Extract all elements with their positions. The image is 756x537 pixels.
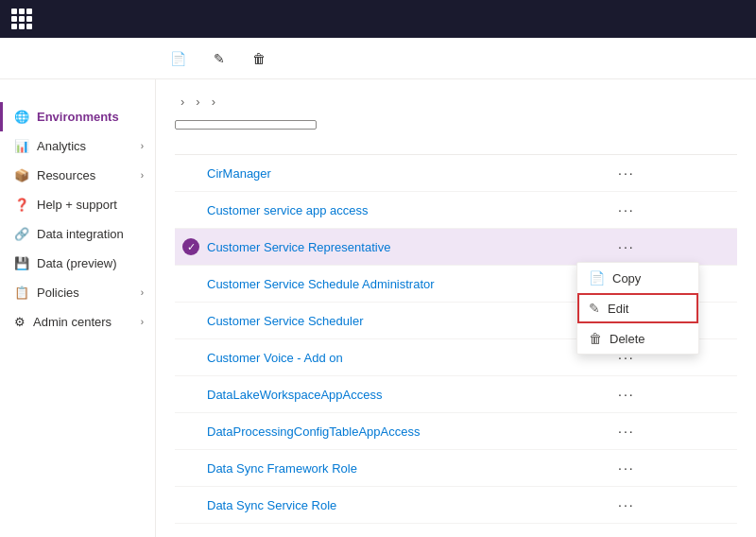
table-row: Delegate··· — [175, 524, 737, 537]
actions-cell: ··· — [605, 199, 737, 221]
top-nav — [0, 0, 756, 38]
table-row: DataProcessingConfigTableAppAccess··· — [175, 413, 737, 450]
role-name-link[interactable]: Data Sync Service Role — [207, 498, 336, 512]
role-name-link[interactable]: CirManager — [207, 166, 271, 181]
delete-label: Delete — [610, 332, 645, 346]
sidebar-label-5: Data (preview) — [37, 256, 117, 270]
main-layout: 🌐 Environments 📊 Analytics › 📦 Resources… — [0, 79, 756, 537]
role-cell: Customer Service Schedule Administrator — [175, 277, 605, 291]
more-actions-button[interactable]: ··· — [612, 420, 641, 442]
sidebar-icon-4: 🔗 — [14, 227, 29, 241]
more-actions-button[interactable]: ··· — [612, 199, 641, 221]
table-row: Data Sync Service Role··· — [175, 487, 737, 524]
breadcrumb-sep-3: › — [212, 95, 215, 109]
sidebar-icon-1: 📊 — [14, 139, 29, 153]
sidebar-icon-6: 📋 — [14, 286, 29, 300]
actions-cell: ··· — [605, 162, 737, 184]
actions-cell: ··· — [605, 420, 737, 442]
delete-icon: 🗑 — [252, 51, 266, 66]
role-cell: Customer Voice - Add on — [175, 351, 605, 365]
actions-cell: ··· — [605, 457, 737, 479]
hamburger-icon[interactable] — [0, 87, 155, 102]
copy-icon: 📄 — [589, 270, 605, 286]
role-cell: CirManager — [175, 166, 605, 181]
sidebar-label-2: Resources — [37, 168, 95, 182]
copy-icon: 📄 — [170, 51, 186, 66]
sidebar-item-data-integration[interactable]: 🔗 Data integration — [0, 219, 155, 249]
table-row: DataLakeWorkspaceAppAccess··· — [175, 376, 737, 413]
toolbar: 📄 ✎ 🗑 — [0, 38, 756, 79]
breadcrumb-sep-2: › — [196, 95, 199, 109]
table-row: CirManager··· — [175, 155, 737, 192]
sidebar-icon-3: ❓ — [14, 198, 29, 212]
chevron-icon-7: › — [141, 317, 144, 327]
role-name-link[interactable]: DataProcessingConfigTableAppAccess — [207, 424, 420, 439]
actions-cell: ··· — [605, 530, 737, 537]
breadcrumb-sep-1: › — [180, 95, 184, 109]
selected-check-icon: ✓ — [182, 238, 199, 255]
more-actions-button[interactable]: ··· — [612, 494, 641, 516]
apps-icon[interactable] — [11, 9, 32, 29]
role-name-link[interactable]: Customer Service Representative — [207, 240, 390, 254]
chevron-icon-1: › — [141, 141, 144, 151]
sidebar: 🌐 Environments 📊 Analytics › 📦 Resources… — [0, 79, 156, 537]
role-cell: DataProcessingConfigTableAppAccess — [175, 424, 605, 439]
role-name-link[interactable]: Customer Voice - Add on — [207, 351, 343, 365]
sidebar-item-resources[interactable]: 📦 Resources › — [0, 161, 155, 190]
role-name-link[interactable]: Customer Service Schedule Administrator — [207, 277, 435, 291]
actions-cell: ··· — [605, 494, 737, 516]
more-actions-button[interactable]: ··· — [612, 235, 641, 258]
sidebar-label-3: Help + support — [37, 198, 117, 212]
role-cell: Customer service app access — [175, 203, 605, 217]
edit-icon: ✎ — [589, 301, 600, 316]
copy-label: Copy — [612, 271, 641, 286]
sidebar-item-help--support[interactable]: ❓ Help + support — [0, 190, 155, 219]
delete-icon: 🗑 — [589, 331, 602, 346]
sidebar-icon-5: 💾 — [14, 256, 29, 270]
sidebar-item-environments[interactable]: 🌐 Environments — [0, 102, 155, 131]
copy-button[interactable]: 📄 — [161, 46, 200, 71]
sidebar-icon-2: 📦 — [14, 168, 29, 182]
more-actions-button[interactable]: ··· — [612, 457, 641, 479]
context-menu-copy[interactable]: 📄Copy — [577, 263, 698, 293]
table-row: Data Sync Framework Role··· — [175, 450, 737, 487]
edit-icon: ✎ — [214, 51, 225, 66]
table-body: CirManager···Customer service app access… — [175, 155, 737, 537]
context-menu-edit[interactable]: ✎Edit — [577, 293, 698, 323]
table-header — [175, 143, 737, 155]
sidebar-label-1: Analytics — [37, 139, 86, 153]
context-menu: 📄Copy✎Edit🗑Delete — [576, 262, 699, 355]
role-cell: Customer Service Scheduler — [175, 314, 605, 328]
more-actions-button[interactable]: ··· — [612, 162, 641, 184]
breadcrumb: › › › — [175, 95, 737, 109]
chevron-icon-6: › — [141, 287, 144, 298]
role-name-link[interactable]: Customer service app access — [207, 203, 369, 217]
content-area: › › › CirManager — [156, 79, 756, 537]
delete-button[interactable]: 🗑 — [243, 46, 280, 71]
sidebar-item-analytics[interactable]: 📊 Analytics › — [0, 131, 155, 161]
role-name-link[interactable]: DataLakeWorkspaceAppAccess — [207, 388, 382, 402]
role-cell: ✓Customer Service Representative — [175, 238, 605, 255]
more-actions-button[interactable]: ··· — [612, 383, 641, 406]
actions-cell: ···📄Copy✎Edit🗑Delete — [605, 235, 737, 258]
table-row: ✓Customer Service Representative···📄Copy… — [175, 229, 737, 266]
business-unit-select[interactable] — [175, 120, 317, 130]
more-actions-button[interactable]: ··· — [612, 530, 641, 537]
sidebar-item-policies[interactable]: 📋 Policies › — [0, 278, 155, 307]
sidebar-item-data-preview[interactable]: 💾 Data (preview) — [0, 249, 155, 278]
sidebar-item-admin-centers[interactable]: ⚙ Admin centers › — [0, 307, 155, 337]
sidebar-label-0: Environments — [37, 110, 119, 124]
role-name-link[interactable]: Customer Service Scheduler — [207, 314, 363, 328]
sidebar-label-4: Data integration — [37, 227, 124, 241]
context-menu-delete[interactable]: 🗑Delete — [577, 323, 698, 354]
table-row: Customer service app access··· — [175, 192, 737, 229]
role-name-link[interactable]: Data Sync Framework Role — [207, 461, 357, 476]
sidebar-label-7: Admin centers — [33, 315, 112, 329]
role-cell: Data Sync Framework Role — [175, 461, 605, 476]
edit-label: Edit — [608, 302, 628, 316]
chevron-icon-2: › — [141, 170, 144, 181]
sidebar-icon-0: 🌐 — [14, 110, 29, 124]
role-cell: Data Sync Service Role — [175, 498, 605, 512]
edit-button[interactable]: ✎ — [204, 46, 239, 71]
sidebar-icon-7: ⚙ — [14, 315, 26, 329]
